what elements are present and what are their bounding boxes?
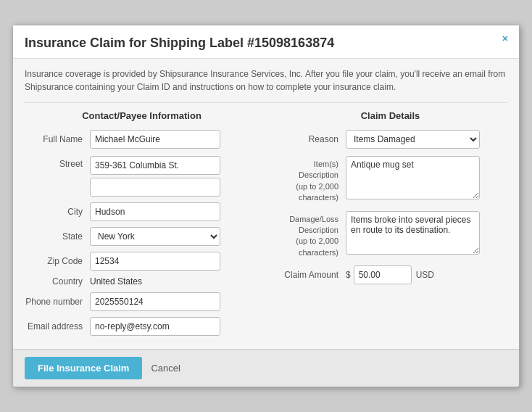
dialog-title: Insurance Claim for Shipping Label #1509… xyxy=(25,36,334,50)
state-select[interactable]: New York Alabama Alaska Arizona Californ… xyxy=(90,227,220,246)
street-label: Street xyxy=(25,156,90,169)
country-row: Country United States xyxy=(25,276,259,287)
zip-input[interactable] xyxy=(90,252,220,271)
items-desc-label: Item(s)Description(up to 2,000characters… xyxy=(273,156,346,204)
left-section-title: Contact/Payee Information xyxy=(25,110,259,121)
claim-amount-label: Claim Amount xyxy=(273,270,346,280)
dialog-header: Insurance Claim for Shipping Label #1509… xyxy=(13,25,519,59)
street-input-2[interactable] xyxy=(90,178,220,197)
items-desc-textarea[interactable]: Antique mug set xyxy=(346,156,480,199)
contact-payee-section: Contact/Payee Information Full Name Stre… xyxy=(25,110,259,342)
cancel-button[interactable]: Cancel xyxy=(151,363,180,374)
claim-amount-row: Claim Amount $ USD xyxy=(273,265,507,284)
zip-row: Zip Code xyxy=(25,252,259,271)
form-body: Contact/Payee Information Full Name Stre… xyxy=(13,103,519,349)
city-label: City xyxy=(25,207,90,217)
city-row: City xyxy=(25,202,259,221)
insurance-claim-dialog: Insurance Claim for Shipping Label #1509… xyxy=(12,25,520,387)
full-name-input[interactable] xyxy=(90,130,220,149)
country-value: United States xyxy=(90,276,142,287)
full-name-row: Full Name xyxy=(25,130,259,149)
claim-amount-inputs: $ USD xyxy=(346,265,434,284)
items-desc-row: Item(s)Description(up to 2,000characters… xyxy=(273,156,507,204)
state-row: State New York Alabama Alaska Arizona Ca… xyxy=(25,227,259,246)
phone-row: Phone number xyxy=(25,292,259,311)
right-section-title: Claim Details xyxy=(273,110,507,121)
full-name-label: Full Name xyxy=(25,134,90,144)
city-input[interactable] xyxy=(90,202,220,221)
dialog-footer: File Insurance Claim Cancel xyxy=(13,349,519,387)
street-input-1[interactable] xyxy=(90,156,220,175)
email-input[interactable] xyxy=(90,317,220,336)
close-button[interactable]: × xyxy=(499,31,512,46)
file-claim-button[interactable]: File Insurance Claim xyxy=(25,357,142,379)
damage-desc-label: Damage/LossDescription(up to 2,000charac… xyxy=(273,211,346,259)
claim-amount-input[interactable] xyxy=(354,265,412,284)
dollar-sign: $ xyxy=(346,270,351,280)
reason-label: Reason xyxy=(273,134,346,144)
currency-label: USD xyxy=(416,270,434,280)
reason-row: Reason Items Damaged Items Lost Items No… xyxy=(273,130,507,149)
damage-desc-textarea[interactable]: Items broke into several pieces en route… xyxy=(346,211,480,255)
street-inputs xyxy=(90,156,220,197)
email-label: Email address xyxy=(25,321,90,331)
zip-label: Zip Code xyxy=(25,256,90,266)
phone-label: Phone number xyxy=(25,297,90,307)
street-row: Street xyxy=(25,154,259,197)
reason-select[interactable]: Items Damaged Items Lost Items Not Recei… xyxy=(346,130,480,149)
damage-desc-row: Damage/LossDescription(up to 2,000charac… xyxy=(273,211,507,259)
email-row: Email address xyxy=(25,317,259,336)
phone-input[interactable] xyxy=(90,292,220,311)
state-label: State xyxy=(25,231,90,242)
country-label: Country xyxy=(25,276,90,287)
claim-details-section: Claim Details Reason Items Damaged Items… xyxy=(273,110,507,342)
description-text: Insurance coverage is provided by Shipsu… xyxy=(13,59,519,102)
